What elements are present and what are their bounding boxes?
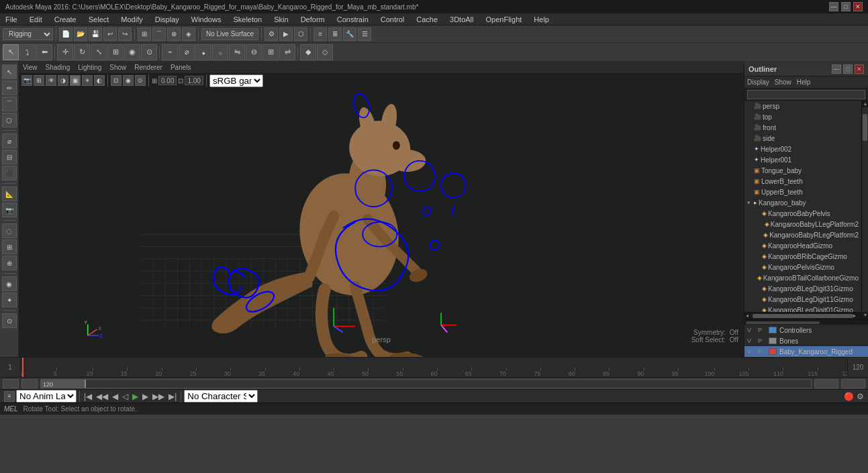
polygon-button[interactable]: ⬛ (2, 166, 17, 180)
surface-tool-button[interactable]: ⊟ (2, 150, 17, 164)
range-max-input[interactable]: 2050 (841, 379, 865, 388)
vp-cam-button[interactable]: 📷 (21, 75, 32, 86)
constraint-button[interactable]: ⊕ (2, 256, 17, 270)
step-back-button[interactable]: ◀◀ (95, 392, 109, 401)
range-current-frame[interactable]: 1 (3, 379, 19, 388)
attribute-editor-button[interactable]: ≣ (328, 28, 342, 41)
settings-button[interactable]: ⚙ (857, 392, 864, 401)
vscroll-down-arrow[interactable]: ▾ (862, 312, 868, 319)
play-back-button[interactable]: ◁ (121, 392, 130, 401)
vp-menu-show[interactable]: Show (108, 64, 128, 71)
viewport-canvas[interactable]: 📷 ⊞ 👁 ◑ ▣ ☀ ◐ ⊡ ◉ ⊙ ⊞ 0.00 ⊡ 1.00 (19, 74, 744, 357)
live-surface-button[interactable]: No Live Surface (201, 28, 258, 40)
menu-help[interactable]: Help (531, 15, 552, 23)
timeline-playhead[interactable] (22, 358, 23, 377)
undo-button[interactable]: ↩ (103, 28, 117, 41)
menu-select[interactable]: Select (86, 15, 112, 23)
outliner-menu-show[interactable]: Show (775, 78, 791, 86)
range-current-frame2[interactable]: 1 (21, 379, 38, 388)
menu-openflight[interactable]: OpenFlight (483, 15, 525, 23)
play-forward-button[interactable]: ▶ (131, 392, 140, 401)
minimize-button[interactable]: — (829, 2, 838, 11)
paint-tool-button[interactable]: ✏ (2, 81, 17, 95)
remove-joint-button[interactable]: ⊖ (246, 44, 262, 60)
layer-row-2[interactable]: VPBaby_Kangaroo_Rigged (744, 346, 868, 357)
rigging-button[interactable]: ⊞ (2, 240, 17, 254)
redo-button[interactable]: ↪ (118, 28, 132, 41)
vscroll-thumb[interactable] (863, 114, 867, 141)
outliner-item-lowerb_teeth[interactable]: ▣LowerB_teeth (744, 176, 861, 187)
ipr-button[interactable]: ⬡ (294, 28, 307, 41)
layer-vis-0[interactable]: V (747, 327, 755, 333)
timeline-track[interactable]: 1510152025303540455055606570758085909510… (20, 358, 848, 377)
new-scene-button[interactable]: 📄 (59, 28, 73, 41)
outliner-minimize[interactable]: — (832, 64, 841, 74)
jump-end-button[interactable]: ▶| (167, 392, 178, 401)
outliner-item-helper002[interactable]: ✦Helper002 (744, 144, 861, 154)
measure-button[interactable]: 📐 (2, 187, 17, 201)
outliner-close[interactable]: ✕ (855, 64, 864, 74)
hscroll-thumb[interactable] (753, 314, 853, 318)
select-tool-button[interactable]: ↖ (3, 44, 19, 60)
snap-grid-button[interactable]: ⊞ (138, 28, 151, 41)
outliner-item-kangarooblegdigit01gizmo[interactable]: ◈KangarooBLegDigit01Gizmo (744, 305, 861, 312)
layer-poly-1[interactable]: P (758, 337, 766, 344)
vscroll-up-arrow[interactable]: ▴ (862, 101, 868, 107)
outliner-item-kangarooheadgizmo[interactable]: ◈KangarooHeadGizmo (744, 240, 861, 251)
outliner-item-kangaroobtailcollarbonegizmo[interactable]: ◈KangarooBTailCollarboneGizmo (744, 272, 861, 283)
sculpt-button[interactable]: ⌒ (2, 97, 17, 111)
vp-menu-renderer[interactable]: Renderer (133, 64, 164, 71)
layer-row-0[interactable]: VPControllers (744, 325, 868, 335)
outliner-item-side[interactable]: 🎥side (744, 133, 861, 144)
outliner-item-tongue_baby[interactable]: ▣Tongue_baby (744, 165, 861, 176)
connect-joint-button[interactable]: ⊞ (262, 44, 279, 60)
vp-shading-button[interactable]: ◑ (58, 75, 68, 86)
next-frame-button[interactable]: ▶ (141, 392, 150, 401)
menu-edit[interactable]: Edit (27, 15, 45, 23)
outliner-item-kangaroobabyllegplatform2[interactable]: ◈KangarooBabyLLegPlatform2 (744, 219, 861, 229)
insert-joint-button[interactable]: ⬦ (212, 44, 228, 60)
close-button[interactable]: ✕ (853, 2, 863, 11)
menu-control[interactable]: Control (378, 15, 407, 23)
outliner-item-top[interactable]: 🎥top (744, 111, 861, 122)
rotate-tool-button[interactable]: ↻ (74, 44, 90, 60)
move-tool-button[interactable]: ✛ (57, 44, 73, 60)
menu-modify[interactable]: Modify (118, 15, 145, 23)
outliner-item-helper001[interactable]: ✦Helper001 (744, 154, 861, 165)
prev-frame-button[interactable]: ◀ (111, 392, 119, 401)
layer-poly-0[interactable]: P (758, 327, 766, 333)
render-mode-button[interactable]: ◉ (2, 276, 17, 291)
outliner-item-kangaroobabypelvis[interactable]: ◈KangarooBabyPelvis (744, 208, 861, 219)
curve-tool-button[interactable]: ⌀ (2, 134, 17, 148)
outliner-menu-display[interactable]: Display (747, 78, 769, 86)
mode-select[interactable]: Rigging Animation Modeling (3, 28, 53, 40)
vp-show-button[interactable]: 👁 (46, 75, 56, 86)
show-manip-button[interactable]: ⊙ (141, 44, 157, 60)
soft-mod-button[interactable]: ◉ (124, 44, 140, 60)
outliner-search-input[interactable] (747, 90, 865, 99)
camera-button[interactable]: 📷 (2, 203, 17, 217)
universal-manip-button[interactable]: ⊞ (107, 44, 124, 60)
open-button[interactable]: 📂 (74, 28, 87, 41)
layer-vis-1[interactable]: V (747, 337, 755, 344)
outliner-button[interactable]: ≡ (314, 28, 327, 41)
outliner-item-kangarooblegdigit11gizmo[interactable]: ◈KangarooBLegDigit11Gizmo (744, 294, 861, 305)
save-button[interactable]: 💾 (89, 28, 102, 41)
vp-menu-shading[interactable]: Shading (44, 64, 72, 71)
menu-constrain[interactable]: Constrain (334, 15, 371, 23)
lasso-select-button[interactable]: ⤵ (19, 44, 36, 60)
outliner-hscroll[interactable]: ◂ ▸ (744, 312, 861, 319)
menu-skeleton[interactable]: Skeleton (230, 15, 264, 23)
menu-cache[interactable]: Cache (414, 15, 440, 23)
vp-shadow-button[interactable]: ◐ (94, 75, 105, 86)
snap-point-button[interactable]: ⊕ (167, 28, 181, 41)
menu-display[interactable]: Display (152, 15, 182, 23)
layer-poly-2[interactable]: P (758, 348, 766, 355)
layer-hscroll-thumb[interactable] (746, 321, 820, 324)
menu-3dtoall[interactable]: 3DtoAll (447, 15, 476, 23)
vp-wireframe-button[interactable]: ⊡ (111, 75, 122, 86)
set-breakdown-button[interactable]: ◇ (317, 44, 333, 60)
vp-smooth-button[interactable]: ◉ (123, 75, 134, 86)
maximize-button[interactable]: □ (841, 2, 851, 11)
scale-tool-button[interactable]: ⤡ (91, 44, 107, 60)
